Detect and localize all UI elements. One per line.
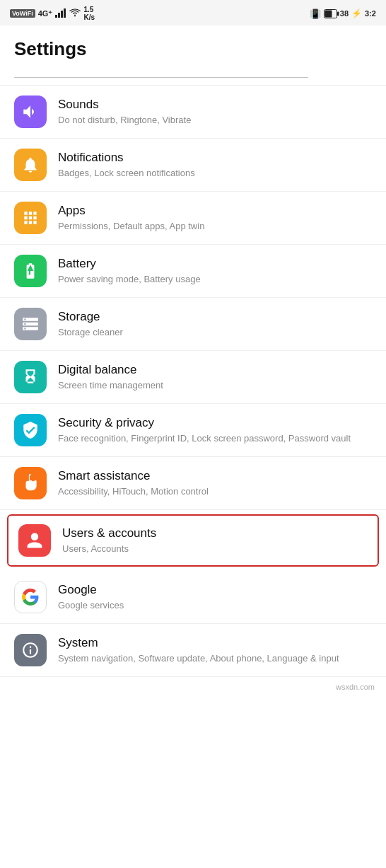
status-bar: VoWiFi 4G⁺ 1.5K/s 📳 [0,0,386,25]
network-type: 4G⁺ [38,9,53,18]
vibrate-icon: 📳 [310,8,321,19]
battery-icon-wrapper [14,255,47,287]
svg-rect-6 [337,11,339,16]
smart-assistance-subtitle: Accessibility, HiTouch, Motion control [58,485,372,498]
user-icon [25,531,44,550]
hourglass-icon [21,368,40,386]
storage-icon-wrapper [14,308,47,340]
settings-item-digital-balance[interactable]: Digital balance Screen time management [0,351,386,404]
settings-item-sounds[interactable]: Sounds Do not disturb, Ringtone, Vibrate [0,86,386,139]
signal-bars [55,8,66,19]
settings-item-battery[interactable]: Battery Power saving mode, Battery usage [0,245,386,298]
sounds-text: Sounds Do not disturb, Ringtone, Vibrate [58,97,372,127]
storage-title: Storage [58,309,372,325]
smart-assistance-icon-wrapper [14,467,47,499]
battery-title: Battery [58,256,372,272]
system-title: System [58,635,372,651]
apps-subtitle: Permissions, Default apps, App twin [58,220,372,233]
time-display: 3:2 [365,9,376,18]
notifications-icon-wrapper [14,149,47,181]
settings-item-smart-assistance[interactable]: Smart assistance Accessibility, HiTouch,… [0,457,386,510]
google-icon [21,588,40,606]
svg-rect-3 [64,8,66,18]
storage-icon [21,315,40,333]
svg-rect-0 [55,15,57,18]
apps-icon-wrapper [14,202,47,234]
users-accounts-icon-wrapper [18,524,51,557]
battery-percent: 38 [340,9,349,18]
google-icon-wrapper [14,581,47,613]
vowifi-indicator: VoWiFi [10,9,35,18]
settings-item-security-privacy[interactable]: Security & privacy Face recognition, Fin… [0,404,386,457]
notifications-text: Notifications Badges, Lock screen notifi… [58,150,372,180]
security-text: Security & privacy Face recognition, Fin… [58,415,372,445]
users-accounts-title: Users & accounts [62,526,368,541]
security-title: Security & privacy [58,415,372,431]
security-icon-wrapper [14,414,47,446]
system-subtitle: System navigation, Software update, Abou… [58,652,372,665]
watermark: wsxdn.com [0,677,386,694]
svg-rect-2 [61,11,63,18]
users-accounts-text: Users & accounts Users, Accounts [62,526,368,555]
storage-subtitle: Storage cleaner [58,326,372,339]
apps-text: Apps Permissions, Default apps, App twin [58,203,372,233]
smart-assistance-text: Smart assistance Accessibility, HiTouch,… [58,468,372,498]
digital-balance-title: Digital balance [58,362,372,378]
system-icon-wrapper [14,634,47,666]
google-subtitle: Google services [58,599,372,612]
speed-display: 1.5K/s [83,6,95,21]
page-title: Settings [0,25,386,69]
apps-icon [21,209,40,227]
battery-settings-icon [21,262,40,280]
partial-top-item: ———————————————————————————————— [0,69,386,86]
hand-icon [21,474,40,492]
info-icon [21,641,40,659]
settings-item-users-accounts[interactable]: Users & accounts Users, Accounts [7,514,379,567]
battery-text: Battery Power saving mode, Battery usage [58,256,372,286]
battery-subtitle: Power saving mode, Battery usage [58,273,372,286]
settings-item-notifications[interactable]: Notifications Badges, Lock screen notifi… [0,139,386,192]
sounds-title: Sounds [58,97,372,112]
sounds-subtitle: Do not disturb, Ringtone, Vibrate [58,114,372,127]
notifications-title: Notifications [58,150,372,166]
settings-list: Sounds Do not disturb, Ringtone, Vibrate… [0,86,386,677]
google-text: Google Google services [58,582,372,612]
status-right: 📳 38 ⚡ 3:2 [310,8,376,19]
sounds-icon-wrapper [14,96,47,128]
system-text: System System navigation, Software updat… [58,635,372,665]
users-accounts-subtitle: Users, Accounts [62,543,368,555]
smart-assistance-title: Smart assistance [58,468,372,484]
google-title: Google [58,582,372,598]
settings-item-apps[interactable]: Apps Permissions, Default apps, App twin [0,192,386,245]
svg-rect-5 [324,10,332,17]
settings-item-google[interactable]: Google Google services [0,571,386,624]
settings-item-system[interactable]: System System navigation, Software updat… [0,624,386,677]
settings-item-storage[interactable]: Storage Storage cleaner [0,298,386,351]
charging-icon: ⚡ [351,8,362,18]
storage-text: Storage Storage cleaner [58,309,372,339]
notifications-subtitle: Badges, Lock screen notifications [58,167,372,180]
apps-title: Apps [58,203,372,219]
digital-balance-text: Digital balance Screen time management [58,362,372,392]
sound-icon [21,103,40,121]
wifi-icon [69,8,81,18]
digital-balance-icon-wrapper [14,361,47,393]
digital-balance-subtitle: Screen time management [58,379,372,392]
security-subtitle: Face recognition, Fingerprint ID, Lock s… [58,432,372,445]
status-left: VoWiFi 4G⁺ 1.5K/s [10,6,95,21]
bell-icon [21,156,40,174]
shield-icon [21,421,40,439]
battery-display: 38 [324,9,349,18]
svg-rect-1 [58,13,60,18]
